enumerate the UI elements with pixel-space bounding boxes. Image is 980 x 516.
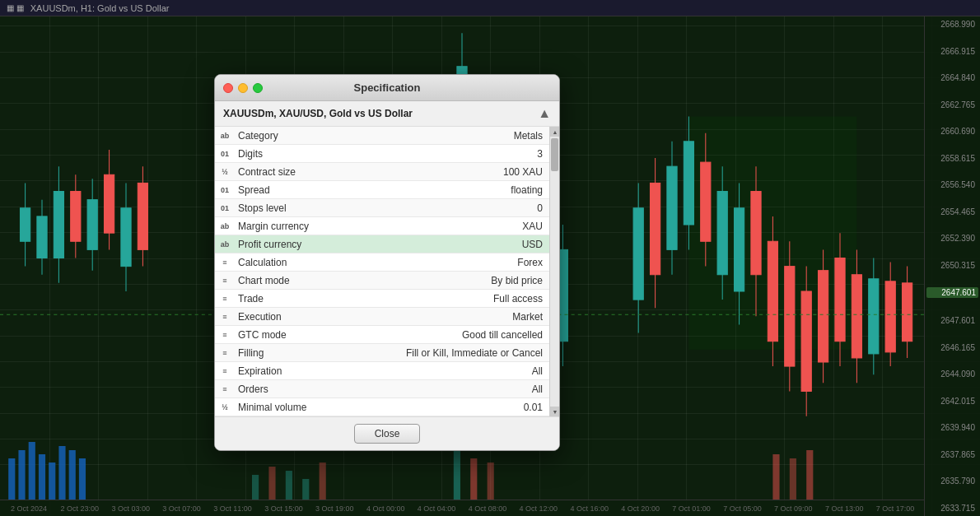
specification-dialog: Specification XAUUSDm, XAU/USD, Gold vs … <box>214 74 560 451</box>
svg-rect-103 <box>790 458 796 500</box>
time-label: 4 Oct 00:00 <box>360 504 411 513</box>
spec-row: abCategoryMetals <box>215 127 549 145</box>
svg-rect-8 <box>71 192 81 242</box>
spec-row-icon: ≡ <box>215 349 235 357</box>
spec-row-value: 0 <box>434 201 549 216</box>
price-label: 2646.165 <box>926 343 978 352</box>
price-label: 2639.940 <box>926 423 978 432</box>
chart-title-bar: ▦ ▦ XAUUSDm, H1: Gold vs US Dollar <box>0 0 980 16</box>
svg-rect-102 <box>772 454 779 500</box>
window-close-button[interactable] <box>223 83 233 93</box>
spec-row-value: Market <box>434 309 549 324</box>
price-label: 2633.715 <box>926 504 978 513</box>
spec-row-label: Calculation <box>235 255 434 270</box>
svg-rect-16 <box>138 183 147 249</box>
spec-row-icon: ≡ <box>215 295 235 303</box>
spec-row-label: Execution <box>235 309 434 324</box>
spec-row: 01Spreadfloating <box>215 181 549 199</box>
spec-row-value: floating <box>434 183 549 198</box>
dialog-content: XAUUSDm, XAU/USD, Gold vs US Dollar ▲ ab… <box>215 101 559 416</box>
spec-row-value: XAU <box>434 219 549 234</box>
scrollbar-down-button[interactable]: ▼ <box>550 407 560 416</box>
spec-row-label: Spread <box>235 183 434 198</box>
price-label: 2652.390 <box>926 234 978 243</box>
spec-row: ≡CalculationForex <box>215 253 549 272</box>
spec-row-icon: ab <box>215 222 235 230</box>
price-label: 2658.615 <box>926 154 978 163</box>
spec-row: ½Minimal volume0.01 <box>215 398 549 416</box>
spec-row-icon: ½ <box>215 168 235 176</box>
svg-rect-90 <box>49 463 55 500</box>
svg-rect-70 <box>785 267 795 366</box>
time-label: 7 Oct 05:00 <box>716 504 768 513</box>
time-label: 7 Oct 17:00 <box>870 504 921 513</box>
price-label: 2647.601 <box>926 316 978 325</box>
svg-rect-68 <box>768 241 777 341</box>
price-label: 2650.315 <box>926 261 978 270</box>
spec-row-value: 0.01 <box>434 400 549 415</box>
price-label: 2644.090 <box>926 370 978 379</box>
symbol-header: XAUUSDm, XAU/USD, Gold vs US Dollar ▲ <box>215 101 559 127</box>
price-label: 2662.765 <box>926 100 978 109</box>
svg-rect-62 <box>717 192 727 275</box>
current-price: 2647.601 <box>926 287 978 298</box>
svg-rect-97 <box>302 479 309 500</box>
time-label: 7 Oct 01:00 <box>666 504 717 513</box>
price-label: 2654.465 <box>926 207 978 216</box>
svg-rect-95 <box>268 467 275 500</box>
window-minimize-button[interactable] <box>238 83 248 93</box>
time-label: 4 Oct 08:00 <box>462 504 513 513</box>
svg-rect-96 <box>286 471 292 500</box>
price-label: 2660.690 <box>926 127 978 136</box>
scroll-up-arrow[interactable]: ▲ <box>538 106 551 121</box>
spec-row-icon: ≡ <box>215 313 235 321</box>
svg-rect-100 <box>470 458 477 500</box>
spec-row-value: 100 XAU <box>434 165 549 179</box>
spec-row-value: Good till cancelled <box>434 328 549 342</box>
window-maximize-button[interactable] <box>253 83 263 93</box>
svg-rect-88 <box>29 442 35 500</box>
scrollbar-up-button[interactable]: ▲ <box>550 127 560 137</box>
spec-row-icon: ≡ <box>215 331 235 339</box>
spec-row-value: By bid price <box>434 273 549 288</box>
spec-row: ≡ExpirationAll <box>215 362 549 380</box>
scrollbar-track[interactable] <box>550 137 559 407</box>
spec-row-label: Contract size <box>235 165 434 179</box>
spec-row-label: Category <box>235 128 434 143</box>
spec-row-label: Margin currency <box>235 219 434 234</box>
spec-row-value: Fill or Kill, Immediate or Cancel <box>399 346 549 360</box>
svg-rect-104 <box>806 450 813 500</box>
scrollbar-thumb[interactable] <box>551 138 558 171</box>
spec-row: ≡OrdersAll <box>215 380 549 398</box>
spec-row: ≡TradeFull access <box>215 290 549 308</box>
svg-rect-78 <box>852 275 861 358</box>
svg-rect-89 <box>39 454 45 500</box>
spec-row-value: All <box>434 364 549 379</box>
svg-rect-60 <box>701 162 711 241</box>
svg-rect-84 <box>902 283 912 342</box>
time-label: 2 Oct 23:00 <box>54 504 105 513</box>
spec-row: ≡Chart modeBy bid price <box>215 272 549 290</box>
close-button[interactable]: Close <box>354 424 420 444</box>
time-label: 4 Oct 20:00 <box>615 504 666 513</box>
price-label: 2664.840 <box>926 73 978 82</box>
spec-row-icon: 01 <box>215 204 235 212</box>
spec-row-label: Minimal volume <box>235 400 434 415</box>
spec-row-label: Trade <box>235 291 434 306</box>
dialog-title: Specification <box>354 81 421 94</box>
spec-row-label: Chart mode <box>235 273 434 288</box>
svg-rect-74 <box>818 271 828 362</box>
svg-rect-82 <box>885 281 895 352</box>
price-label: 2642.015 <box>926 397 978 406</box>
spec-row-icon: ab <box>215 240 235 249</box>
svg-rect-92 <box>69 450 76 500</box>
spec-row-icon: 01 <box>215 186 235 194</box>
spec-row: 01Stops level0 <box>215 199 549 217</box>
time-axis: 2 Oct 2024 2 Oct 23:00 3 Oct 03:00 3 Oct… <box>0 500 924 516</box>
svg-rect-56 <box>667 166 677 249</box>
time-label: 3 Oct 07:00 <box>156 504 208 513</box>
spec-row-value: Metals <box>434 128 549 143</box>
time-label: 4 Oct 12:00 <box>513 504 564 513</box>
svg-rect-6 <box>54 192 63 258</box>
svg-rect-4 <box>37 216 47 258</box>
